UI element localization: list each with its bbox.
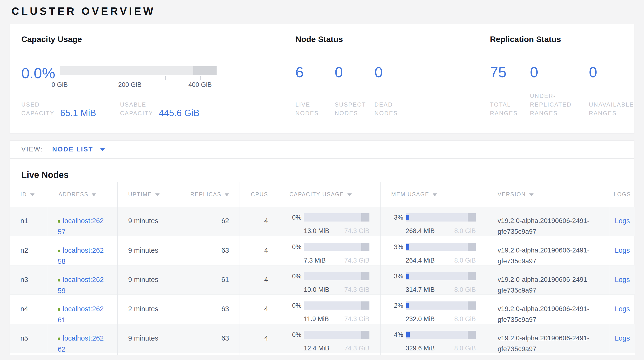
capacity-usage-labels: 10.0 MiB74.3 GiB — [304, 284, 370, 295]
capacity-usage-total-value: 74.3 GiB — [344, 225, 370, 236]
logs-link[interactable]: Logs — [615, 305, 630, 313]
mem-usage-percent: 3% — [391, 212, 403, 223]
view-selector-bar: VIEW: NODE LIST — [10, 140, 634, 158]
node-address-link[interactable]: localhost:26261 — [58, 305, 104, 324]
replication-stat-label: UNAVAILABLERANGES — [589, 100, 634, 118]
node-address-link[interactable]: localhost:26258 — [58, 247, 104, 265]
node-version-cell: v19.2.0-alpha.20190606-2491-gfe735c9a97 — [487, 207, 610, 237]
logs-link[interactable]: Logs — [615, 247, 630, 254]
sort-desc-icon — [529, 194, 534, 196]
mem-usage-used-value: 264.4 MiB — [406, 255, 435, 266]
mem-usage-percent: 2% — [391, 300, 403, 311]
table-row: n1localhost:262579 minutes6240%13.0 MiB7… — [10, 207, 635, 236]
capacity-usage-percent: 0% — [290, 271, 302, 282]
capacity-usage-percent: 0% — [290, 212, 302, 223]
sort-desc-icon — [433, 194, 437, 196]
capacity-usage-labels: 12.4 MiB74.3 GiB — [304, 343, 370, 354]
live-nodes-heading: Live Nodes — [21, 170, 68, 180]
node-version-cell: v19.2.0-alpha.20190606-2491-gfe735c9a97 — [487, 236, 610, 267]
capacity-axis-tick-label: 400 GiB — [188, 81, 212, 89]
mem-usage-bar-reserved-segment — [468, 213, 476, 222]
mem-usage-cell: 3%268.4 MiB8.0 GiB — [381, 207, 487, 237]
view-dropdown[interactable]: NODE LIST — [52, 146, 105, 153]
column-header-capacity[interactable]: CAPACITY USAGE — [279, 182, 381, 207]
mem-usage-cell: 4%329.6 MiB8.0 GiB — [381, 324, 487, 355]
column-header-cpus: CPUS — [240, 182, 279, 207]
mem-usage-labels: 232.0 MiB8.0 GiB — [406, 313, 476, 324]
capacity-usage-bar-reserved-segment — [361, 272, 370, 280]
replication-stat-label: TOTALRANGES — [490, 100, 518, 118]
replication-stat-value: 0 — [530, 64, 538, 81]
capacity-usage-percent: 0% — [290, 329, 302, 340]
node-cpus-cell: 4 — [240, 236, 279, 267]
node-status-stat-value: 6 — [296, 64, 304, 81]
capacity-usage-bar-row: 0% — [290, 271, 370, 282]
capacity-stat-value: 445.6 GiB — [159, 108, 199, 118]
capacity-usage-percent: 0% — [290, 300, 302, 311]
table-row: n4localhost:262612 minutes6340%11.9 MiB7… — [10, 294, 635, 324]
column-header-replicas[interactable]: REPLICAS — [175, 182, 240, 207]
mem-usage-bar-row: 3% — [391, 241, 476, 253]
capacity-bar — [60, 66, 216, 75]
logs-link[interactable]: Logs — [615, 276, 630, 283]
mem-usage-used-value: 314.7 MiB — [406, 284, 435, 295]
chevron-down-icon — [100, 148, 105, 151]
node-address-link[interactable]: localhost:26262 — [58, 334, 104, 353]
replication-stat-column: 75TOTALRANGES — [490, 24, 530, 118]
logs-link[interactable]: Logs — [615, 334, 630, 342]
node-status-stat-column: 0SUSPECTNODES — [335, 24, 374, 118]
node-address-wrap: localhost:26258 — [58, 245, 106, 267]
live-status-dot-icon — [58, 220, 60, 223]
live-status-dot-icon — [58, 279, 60, 282]
capacity-usage-used-value: 10.0 MiB — [304, 284, 330, 295]
mem-usage-bar — [406, 331, 476, 339]
sort-desc-icon — [92, 194, 96, 196]
capacity-usage-total-value: 74.3 GiB — [344, 255, 370, 266]
live-status-dot-icon — [58, 308, 60, 311]
node-replicas-cell: 61 — [175, 265, 240, 296]
column-header-label: REPLICAS — [190, 191, 222, 198]
mem-usage-bar-row: 2% — [391, 300, 476, 311]
capacity-usage-bar-row: 0% — [290, 300, 370, 311]
table-row: n5localhost:262629 minutes6340%12.4 MiB7… — [10, 324, 635, 353]
node-status-stat-label: SUSPECTNODES — [335, 100, 366, 118]
node-cpus-cell: 4 — [240, 324, 279, 355]
partial-row-cell — [279, 353, 381, 355]
column-header-memory[interactable]: MEM USAGE — [381, 182, 487, 207]
column-header-version[interactable]: VERSION — [487, 182, 610, 207]
node-id-cell: n5 — [10, 324, 48, 355]
capacity-usage-bar-reserved-segment — [361, 301, 370, 310]
partial-row-cell — [118, 353, 175, 355]
column-header-id[interactable]: ID — [10, 182, 48, 207]
node-cpus-cell: 4 — [240, 207, 279, 237]
capacity-usage-labels: 11.9 MiB74.3 GiB — [304, 313, 370, 324]
capacity-usage-bar-reserved-segment — [361, 243, 370, 251]
node-address-link[interactable]: localhost:26259 — [58, 276, 104, 294]
live-status-dot-icon — [58, 250, 60, 252]
column-header-address[interactable]: ADDRESS — [48, 182, 118, 207]
node-address-cell: localhost:26258 — [48, 236, 118, 267]
capacity-axis-tick-label: 0 GiB — [52, 81, 68, 89]
capacity-usage-bar-row: 0% — [290, 212, 370, 223]
capacity-usage-heading: Capacity Usage — [21, 35, 82, 44]
capacity-usage-cell: 0%13.0 MiB74.3 GiB — [279, 207, 381, 237]
node-address-cell: localhost:26262 — [48, 324, 118, 355]
logs-link[interactable]: Logs — [615, 217, 630, 225]
capacity-usage-cell: 0%7.3 MiB74.3 GiB — [279, 236, 381, 267]
node-address-link[interactable]: localhost:26257 — [58, 217, 104, 236]
mem-usage-percent: 4% — [391, 329, 403, 340]
table-row: n3localhost:262599 minutes6140%10.0 MiB7… — [10, 265, 635, 294]
capacity-usage-bar — [304, 272, 370, 280]
column-header-uptime[interactable]: UPTIME — [118, 182, 175, 207]
column-header-label: CPUS — [251, 191, 268, 198]
node-replicas-cell: 62 — [175, 207, 240, 237]
capacity-usage-total-value: 74.3 GiB — [344, 343, 370, 354]
mem-usage-total-value: 8.0 GiB — [454, 313, 476, 324]
replication-status-stats: 75TOTALRANGES0UNDER-REPLICATEDRANGES0UNA… — [490, 24, 589, 118]
mem-usage-bar-reserved-segment — [468, 243, 476, 251]
mem-usage-bar-row: 3% — [391, 212, 476, 223]
node-id-cell: n1 — [10, 207, 48, 237]
node-id-cell: n2 — [10, 236, 48, 267]
capacity-usage-section: Capacity Usage 0.0% 0 GiB200 GiB400 GiB … — [21, 24, 285, 133]
column-header-label: UPTIME — [128, 191, 152, 198]
